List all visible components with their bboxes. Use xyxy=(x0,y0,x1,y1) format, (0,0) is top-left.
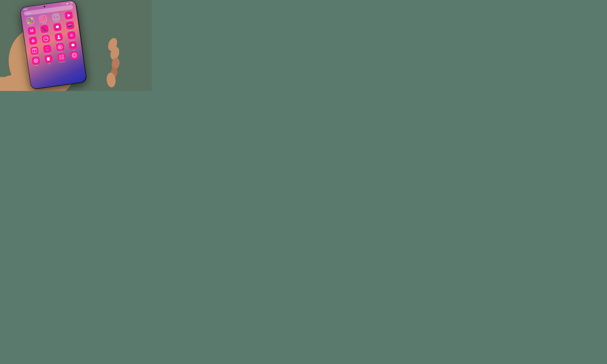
yt-music-label: YT Music xyxy=(58,51,63,53)
svg-point-12 xyxy=(111,57,120,70)
phone-screen: 12:02 ▾▾ LTE ▁▃▅ 51% ▓ Search ⋮ xyxy=(20,0,86,89)
app-gallery[interactable]: ✿ Gallery xyxy=(27,36,39,47)
calculator-icon: + − × ÷ xyxy=(43,45,52,53)
app-settings[interactable]: ⚙ Settings xyxy=(66,31,78,42)
app-phone[interactable]: 📞 Phone xyxy=(39,25,50,35)
svg-point-13 xyxy=(110,67,118,78)
app-google-folder[interactable]: Google xyxy=(25,16,36,27)
camera-label: Camera xyxy=(69,29,73,31)
members-label: Members xyxy=(30,35,35,37)
samsung-folder-label: Samsung xyxy=(41,23,46,25)
app-contacts[interactable]: Contacts xyxy=(53,33,65,43)
search-text: Search xyxy=(26,12,31,14)
camera-icon: 📷 xyxy=(66,21,75,30)
app-microsoft[interactable]: Microsoft xyxy=(50,13,62,23)
phone-icon: 📞 xyxy=(40,25,49,33)
gallery-icon: ✿ xyxy=(29,37,38,45)
calculator-label: Calculator xyxy=(45,53,51,55)
status-time: 12:02 xyxy=(23,8,28,10)
lte-icon: LTE xyxy=(63,3,65,4)
signal-icon xyxy=(32,56,40,65)
yt-music-icon xyxy=(56,43,65,52)
app-calculator[interactable]: + − × ÷ Calculator xyxy=(42,44,53,55)
settings-icon: ⚙ xyxy=(67,31,76,40)
clock-icon xyxy=(41,35,50,43)
app-gaming-hub[interactable]: Gaming Hub xyxy=(56,52,67,63)
app-messages[interactable]: 💬 Messages xyxy=(52,23,63,33)
phone-label: Phone xyxy=(43,33,47,35)
wifi-icon: ▾▾ xyxy=(61,3,63,5)
microsoft-icon xyxy=(52,13,60,22)
settings-label: Settings xyxy=(70,39,75,41)
app-notes[interactable]: 📝 Notes xyxy=(43,54,54,65)
messages-icon: 💬 xyxy=(53,23,62,32)
svg-point-11 xyxy=(109,46,121,61)
contacts-icon xyxy=(54,33,63,41)
calendar-icon: ▬▬ 6 xyxy=(30,46,39,55)
play-store-label: Play Store xyxy=(67,19,72,21)
tips-icon: 💬 xyxy=(69,41,77,50)
gaming-hub-label: Gaming Hub xyxy=(59,61,66,63)
phone-device: 12:02 ▾▾ LTE ▁▃▅ 51% ▓ Search ⋮ xyxy=(20,0,111,91)
app-tips[interactable]: 💬 Tips xyxy=(67,41,79,52)
app-members[interactable]: M Members xyxy=(26,26,38,37)
app-samsung-folder[interactable]: ▦ ♪ ✉ ▶ Samsung xyxy=(38,14,49,25)
app-yt-music[interactable]: YT Music xyxy=(54,42,66,53)
gallery-label: Gallery xyxy=(32,45,36,47)
messages-label: Messages xyxy=(55,31,61,33)
signal-label: Signal xyxy=(35,65,38,66)
app-calendar[interactable]: ▬▬ 6 Calendar xyxy=(29,46,40,57)
more-options-button[interactable]: ⋮ xyxy=(70,2,73,5)
calendar-label: Calendar xyxy=(33,55,38,57)
samsung-folder-icon: ▦ ♪ ✉ ▶ xyxy=(39,15,48,23)
signal-bars-icon: ▁▃▅ xyxy=(65,2,68,4)
unknown-app-icon xyxy=(70,51,79,60)
scene: 12:02 ▾▾ LTE ▁▃▅ 51% ▓ Search ⋮ xyxy=(0,0,152,91)
microsoft-label: Microsoft xyxy=(54,21,59,23)
app-signal[interactable]: Signal xyxy=(30,56,42,67)
svg-point-10 xyxy=(106,37,119,52)
contacts-label: Contacts xyxy=(57,41,62,43)
google-folder-icon xyxy=(26,16,35,25)
notes-label: Notes xyxy=(48,63,51,65)
app-play-store[interactable]: Play Store xyxy=(63,11,75,22)
members-icon: M xyxy=(27,26,36,35)
app-camera[interactable]: 📷 Camera xyxy=(65,21,76,32)
gaming-hub-icon xyxy=(57,53,66,62)
google-folder-label: Google xyxy=(29,25,33,27)
front-camera xyxy=(44,6,45,7)
play-store-icon xyxy=(65,11,73,20)
phone-frame: 12:02 ▾▾ LTE ▁▃▅ 51% ▓ Search ⋮ xyxy=(20,0,87,90)
tips-label: Tips xyxy=(72,49,75,51)
clock-label: Clock xyxy=(45,43,48,45)
notes-icon: 📝 xyxy=(44,54,53,63)
app-clock[interactable]: Clock xyxy=(40,34,52,45)
app-unknown[interactable] xyxy=(69,51,80,60)
app-grid: Google ▦ ♪ ✉ ▶ Samsung xyxy=(22,10,86,89)
